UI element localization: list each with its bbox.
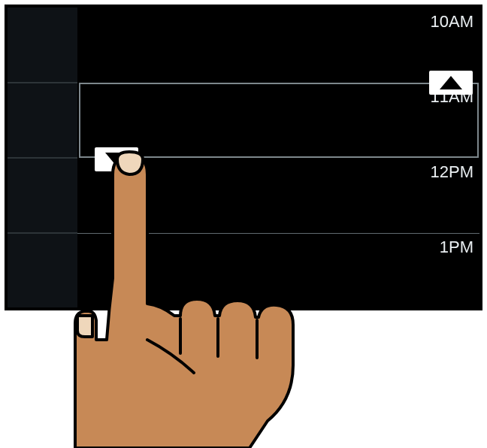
triangle-down-icon <box>105 153 128 166</box>
event-resize-bottom-handle[interactable] <box>95 147 138 171</box>
time-label-text: 12PM <box>431 162 473 182</box>
triangle-up-icon <box>440 76 462 89</box>
gutter-divider <box>8 232 77 234</box>
time-label-1pm: 1PM <box>8 233 479 308</box>
grid-line <box>77 233 479 234</box>
calendar-frame: 10AM 11AM 12PM 1PM <box>5 5 482 310</box>
calendar-day-view[interactable]: 10AM 11AM 12PM 1PM <box>8 8 479 307</box>
calendar-event[interactable] <box>79 83 479 158</box>
time-label-text: 10AM <box>431 12 473 32</box>
gutter-divider <box>8 82 77 83</box>
time-label-12pm: 12PM <box>8 158 479 233</box>
time-label-10am: 10AM <box>8 8 479 83</box>
time-label-text: 1PM <box>440 238 473 257</box>
event-resize-top-handle[interactable] <box>429 71 473 95</box>
gutter-divider <box>8 157 77 159</box>
